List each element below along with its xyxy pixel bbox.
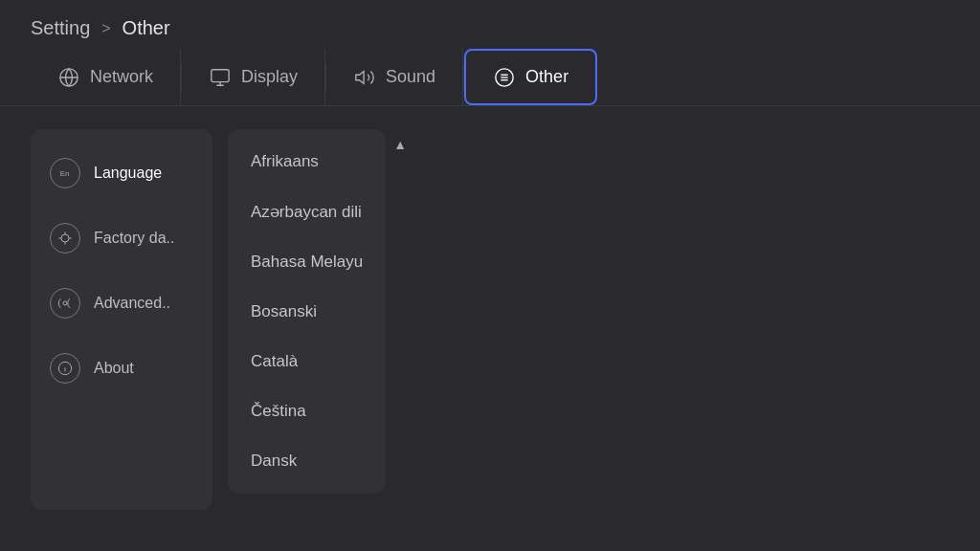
tab-network[interactable]: Network [31,49,181,105]
sidebar-item-language[interactable]: En Language [31,141,212,206]
sidebar-item-factory[interactable]: Factory da.. [31,206,212,271]
tab-sound-label: Sound [386,67,435,87]
other-icon [493,66,516,89]
language-item[interactable]: Afrikaans [228,137,386,187]
sidebar-label-language: Language [94,165,162,182]
svg-point-7 [61,234,69,242]
tab-network-label: Network [90,67,153,87]
language-panel: AfrikaansAzərbaycan diliBahasa MelayuBos… [228,129,386,494]
about-icon [50,353,80,384]
breadcrumb-current: Other [122,17,170,39]
header: Setting > Other [0,0,980,49]
tab-display-label: Display [241,67,298,87]
language-icon: En [50,158,80,188]
language-item[interactable]: Català [228,337,386,386]
tab-display[interactable]: Display [182,49,325,105]
language-item[interactable]: Bahasa Melayu [228,237,386,287]
language-item[interactable]: Dansk [228,436,386,486]
tab-sound[interactable]: Sound [326,49,463,105]
breadcrumb-arrow: > [101,20,110,37]
language-item[interactable]: Čeština [228,386,386,436]
sound-icon [353,66,376,89]
sidebar-item-about[interactable]: About [31,336,212,401]
breadcrumb-setting: Setting [31,17,90,39]
sidebar-item-advanced[interactable]: Advanced.. [31,271,212,336]
tab-other[interactable]: Other [464,49,597,105]
language-item[interactable]: Bosanski [228,287,386,337]
sidebar-panel: En Language Factory da.. A [31,129,212,510]
factory-icon [50,223,80,253]
svg-point-8 [63,301,67,305]
network-icon [57,66,80,89]
sidebar-label-about: About [94,360,134,377]
tab-bar: Network Display Sound [0,49,980,106]
sidebar-label-advanced: Advanced.. [94,295,170,312]
display-icon [209,66,232,89]
advanced-icon [50,288,80,319]
svg-rect-1 [212,69,229,81]
language-item[interactable]: Azərbaycan dili [228,187,386,237]
sidebar-label-factory: Factory da.. [94,230,174,247]
scroll-up-indicator: ▲ [393,137,407,152]
tab-other-label: Other [525,67,568,87]
main-content: En Language Factory da.. A [0,106,980,533]
svg-text:En: En [60,169,70,178]
